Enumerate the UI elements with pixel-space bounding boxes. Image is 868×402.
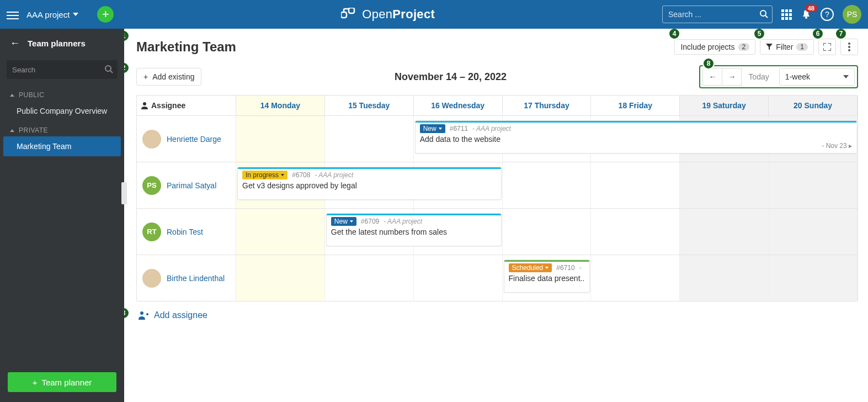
include-projects-count: 2: [738, 43, 750, 51]
expand-icon: [823, 43, 831, 51]
status-badge[interactable]: Scheduled: [509, 263, 552, 272]
day-header: 15 Tuesday: [325, 96, 414, 115]
wp-id: #6708: [292, 171, 310, 179]
day-cell[interactable]: [503, 209, 592, 255]
day-cell[interactable]: [503, 162, 592, 208]
svg-line-3: [765, 15, 768, 18]
wp-title: Finalise data present..: [509, 274, 585, 283]
date-range-label: November 14 – 20, 2022: [395, 71, 507, 83]
day-cell[interactable]: [236, 255, 325, 301]
status-badge[interactable]: New: [420, 124, 445, 133]
logo-icon: [341, 8, 356, 21]
day-header: 14 Monday: [236, 96, 325, 115]
project-name: AAA project: [26, 10, 70, 19]
sidebar-item-public-overview[interactable]: Public Company Overview: [0, 101, 124, 121]
day-cell[interactable]: [769, 255, 858, 301]
day-cell[interactable]: [680, 162, 769, 208]
add-existing-button[interactable]: + Add existing: [136, 68, 201, 86]
prev-button[interactable]: ←: [702, 68, 722, 86]
assignee-link[interactable]: Henriette Darge: [167, 135, 221, 144]
sidebar-search-input[interactable]: [7, 60, 118, 79]
avatar: RT: [142, 223, 161, 241]
sidebar-section-public[interactable]: PUBLIC: [0, 86, 124, 101]
svg-point-10: [143, 102, 146, 105]
callout-3: 3: [124, 307, 130, 319]
range-select[interactable]: 1-week: [779, 68, 855, 86]
sidebar-item-marketing-team[interactable]: Marketing Team: [3, 136, 121, 156]
wp-project: - AAA project: [315, 171, 353, 179]
modules-icon[interactable]: [781, 9, 792, 20]
calendar-nav-group: ← → Today 1-week: [699, 65, 858, 88]
search-icon: [104, 65, 113, 73]
day-cell[interactable]: [325, 255, 414, 301]
day-cell[interactable]: [769, 162, 858, 208]
back-icon[interactable]: ←: [10, 38, 20, 49]
callout-4: 4: [668, 29, 680, 40]
topbar: AAA project + OpenProject 48 ? PS: [0, 0, 868, 29]
day-cell[interactable]: [236, 209, 325, 255]
assignee-row: Henriette DargeNew #6711- AAA projectAdd…: [137, 115, 858, 162]
svg-point-4: [805, 17, 807, 19]
assignee-link[interactable]: Parimal Satyal: [167, 181, 216, 190]
day-cell[interactable]: [591, 255, 680, 301]
day-header: 18 Friday: [591, 96, 680, 115]
wp-project: - AAA project: [384, 218, 422, 225]
sidebar-section-private[interactable]: PRIVATE: [0, 121, 124, 136]
status-badge[interactable]: New: [331, 217, 356, 226]
main-content: 1 2 3 4 5 6 7 8 Marketing Team Include p…: [124, 29, 868, 402]
page-title: Marketing Team: [136, 39, 236, 55]
create-team-planner-button[interactable]: + Team planner: [8, 372, 116, 392]
menu-toggle-icon[interactable]: [7, 9, 19, 19]
add-person-icon: [139, 311, 148, 320]
svg-point-7: [848, 43, 850, 45]
user-avatar[interactable]: PS: [843, 5, 861, 24]
day-header: 20 Sunday: [769, 96, 858, 115]
day-header: 19 Saturday: [680, 96, 769, 115]
sidebar: ← Team planners PUBLIC Public Company Ov…: [0, 29, 124, 402]
day-cell[interactable]: [236, 116, 325, 162]
search-input[interactable]: [662, 6, 773, 23]
wp-end-date: - Nov 23 ▸: [822, 142, 852, 150]
assignee-cell: Henriette Darge: [137, 116, 236, 162]
assignee-link[interactable]: Robin Test: [167, 228, 203, 236]
next-button[interactable]: →: [722, 68, 742, 86]
status-badge[interactable]: In progress: [242, 171, 287, 179]
more-menu-button[interactable]: [840, 39, 858, 55]
chevron-up-icon: [10, 129, 14, 132]
svg-point-8: [848, 46, 850, 48]
assignee-link[interactable]: Birthe Lindenthal: [167, 274, 225, 283]
callout-2: 2: [124, 62, 130, 74]
filter-button[interactable]: Filter 1: [760, 39, 814, 55]
day-cell[interactable]: [325, 116, 414, 162]
work-package-card[interactable]: New #6711- AAA projectAdd data to the we…: [415, 120, 856, 154]
day-cell[interactable]: [591, 162, 680, 208]
notifications-button[interactable]: 48: [801, 9, 812, 20]
chevron-down-icon: [73, 13, 78, 16]
work-package-card[interactable]: New #6709- AAA projectGet the latest num…: [326, 213, 502, 246]
search-icon: [759, 9, 768, 18]
day-cell[interactable]: [680, 209, 769, 255]
filter-icon: [766, 44, 773, 50]
work-package-card[interactable]: Scheduled #6710-Finalise data present..: [504, 260, 590, 293]
add-assignee-button[interactable]: Add assignee: [136, 302, 858, 329]
day-cell[interactable]: [591, 209, 680, 255]
day-cell[interactable]: [769, 209, 858, 255]
work-package-card[interactable]: In progress #6708- AAA projectGet v3 des…: [237, 167, 502, 200]
plus-icon: +: [33, 378, 38, 387]
project-selector[interactable]: AAA project: [26, 10, 78, 19]
kebab-icon: [848, 43, 850, 51]
global-create-button[interactable]: +: [97, 6, 114, 23]
assignee-row: PSParimal SatyalIn progress #6708- AAA p…: [137, 162, 858, 208]
day-cell[interactable]: [414, 255, 503, 301]
wp-id: #6709: [361, 218, 379, 225]
global-search[interactable]: [662, 6, 773, 23]
day-header: 17 Thursday: [503, 96, 592, 115]
fullscreen-button[interactable]: [818, 39, 836, 55]
wp-id: #6711: [450, 125, 468, 133]
day-cell[interactable]: [680, 255, 769, 301]
svg-rect-0: [341, 12, 347, 18]
today-button[interactable]: Today: [742, 72, 775, 81]
include-projects-button[interactable]: Include projects 2: [674, 39, 755, 55]
callout-6: 6: [812, 29, 824, 40]
help-button[interactable]: ?: [821, 8, 834, 21]
